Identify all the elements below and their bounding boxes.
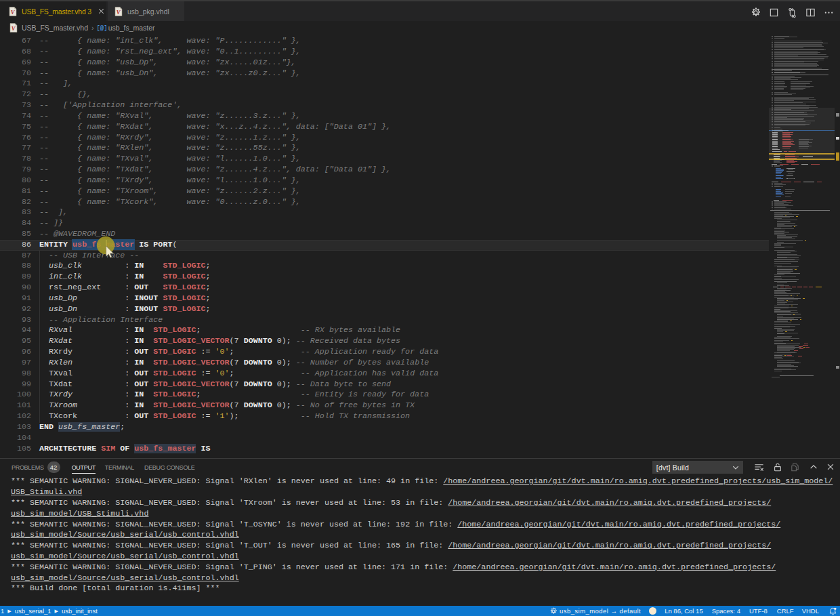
svg-text:[@]: [@] [98, 25, 106, 31]
